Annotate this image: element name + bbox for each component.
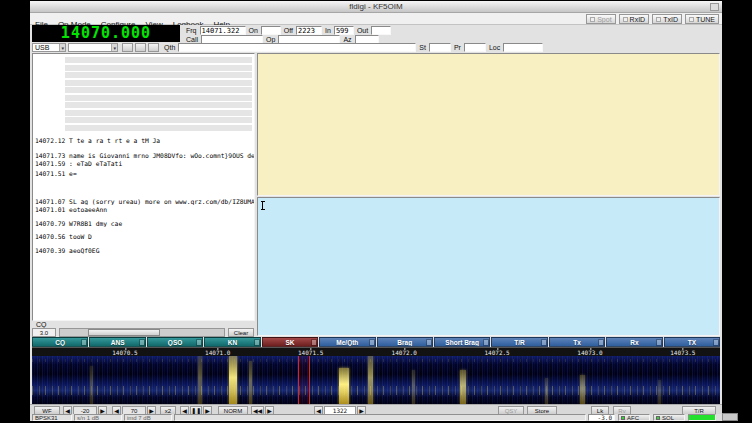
browser-line[interactable]: 14071.51 e= [35,170,254,177]
sideband-select[interactable]: USB ▾ [32,43,66,52]
macro-3-qso-button[interactable]: QSO [147,337,203,347]
bandwidth-select[interactable]: ▾ [68,43,118,52]
mode-status-button[interactable]: BPSK31 [32,414,72,421]
signal-trace [229,356,237,404]
text-caret [262,201,263,210]
browser-line[interactable]: 14071.01 eotoaeeAnn [35,206,254,213]
on-field[interactable] [261,26,281,35]
spot-button[interactable]: Spot [586,14,615,24]
signal-browser[interactable]: 14072.12 T te a ra t rt e a tM Ja14071.7… [32,53,255,321]
rx-text-pane[interactable] [257,53,720,196]
browser-line[interactable]: 14072.12 T te a ra t rt e a tM Ja [35,137,254,144]
browser-seek-text: CQ [36,321,47,328]
browser-empty-row[interactable] [65,57,252,63]
browser-line[interactable]: 14070.56 tooW D [35,233,254,240]
scale-mark: 14073.5 [670,349,695,356]
chevron-down-icon: ▾ [111,44,117,51]
waterfall-cursor[interactable] [298,356,310,404]
scale-mark: 14071.5 [298,349,323,356]
spot-led-icon [590,17,595,22]
browser-line[interactable]: 14070.79 W7R8B1 dmy cae [35,220,254,227]
macro-4-kn-button[interactable]: KN [204,337,260,347]
browser-clear-button[interactable]: Clear [228,328,254,337]
rxid-label: RxID [630,16,646,23]
tool-button-3[interactable] [148,43,159,52]
frq-field[interactable]: 14071.322 [200,26,246,35]
tune-button[interactable]: TUNE [685,14,719,24]
squelch-level-value[interactable]: -3.0 [588,414,615,421]
status-message-area [174,414,586,421]
macro-8-short-brag-button[interactable]: Short Brag [434,337,490,347]
browser-empty-row[interactable] [65,125,252,131]
macro-bar: CQANSQSOKNSKMe/QthBragShort BragT/RTxRxT… [32,337,720,347]
browser-empty-row[interactable] [65,117,252,123]
browser-empty-row[interactable] [65,65,252,71]
window-close-button[interactable] [710,3,719,11]
macro-12-tx-button[interactable]: TX [664,337,720,347]
macro-1-cq-button[interactable]: CQ [32,337,88,347]
in-field[interactable]: 599 [334,26,354,35]
browser-empty-row[interactable] [65,102,252,108]
az-label: Az [343,36,351,43]
op-label: Op [266,36,275,43]
window-title: fldigi - KF5OIM [349,2,402,11]
browser-line[interactable]: 14070.39 aeoQf0EG [35,247,254,254]
browser-line[interactable]: 14071.59 : eTaD eTaTati [35,160,254,167]
browser-empty-row[interactable] [65,87,252,93]
log-fields-row-3: QthStPrLoc [164,43,543,52]
txid-button[interactable]: TxID [652,14,682,24]
scale-mark: 14070.5 [112,349,137,356]
qth-field[interactable] [178,43,416,52]
pr-field[interactable] [464,43,486,52]
macro-7-brag-button[interactable]: Brag [377,337,433,347]
macro-6-me-qth-button[interactable]: Me/Qth [319,337,375,347]
loc-label: Loc [489,44,500,51]
sql-label: SQL [662,415,674,421]
browser-squelch-slider[interactable] [59,328,225,337]
fldigi-window: fldigi - KF5OIM FileOp ModeConfigureView… [30,1,722,421]
slider-thumb[interactable] [88,329,160,336]
afc-button[interactable]: AFC [618,414,650,421]
signal-trace [249,361,252,404]
macro-2-ans-button[interactable]: ANS [89,337,145,347]
browser-empty-row[interactable] [65,72,252,78]
imd-indicator: imd 7 dB [124,414,172,421]
title-bar[interactable]: fldigi - KF5OIM [30,1,722,13]
rxid-button[interactable]: RxID [619,14,650,24]
spot-label: Spot [597,16,611,23]
sql-button[interactable]: SQL [653,414,685,421]
browser-empty-row[interactable] [65,110,252,116]
off-field[interactable]: 2223 [296,26,322,35]
macro-11-rx-button[interactable]: Rx [606,337,662,347]
tool-button-2[interactable] [135,43,146,52]
scale-mark: 14073.0 [577,349,602,356]
chevron-down-icon: ▾ [59,44,65,51]
signal-trace [580,375,585,404]
macro-10-tx-button[interactable]: Tx [549,337,605,347]
rxid-led-icon [623,17,628,22]
macro-9-t-r-button[interactable]: T/R [491,337,547,347]
tool-button-1[interactable] [122,43,133,52]
vfo-frequency-display[interactable]: 14070.000 [32,25,180,42]
in-label: In [325,27,331,34]
browser-squelch-spinner[interactable]: 3.0 [32,328,56,337]
loc-field[interactable] [503,43,543,52]
browser-line[interactable]: 14071.73 name is Giovanni mrno JM08DVfo:… [35,152,254,159]
tx-text-pane[interactable] [257,197,720,336]
macro-5-sk-button[interactable]: SK [262,337,318,347]
signal-trace [545,378,548,404]
signal-trace [658,380,661,404]
frq-label: Frq [186,27,197,34]
browser-empty-row[interactable] [65,95,252,101]
st-field[interactable] [429,43,451,52]
browser-empty-row[interactable] [65,80,252,86]
scale-mark: 14072.5 [484,349,509,356]
browser-line[interactable]: 14071.07 SL ag (sorry ureau) more on www… [35,198,254,205]
signal-trace [198,356,202,404]
waterfall-display[interactable] [32,356,720,404]
resize-grip[interactable] [722,413,738,421]
signal-trace [368,356,373,404]
out-field[interactable] [371,26,391,35]
waterfall-speckle-band [32,386,720,396]
scale-mark: 14071.0 [205,349,230,356]
